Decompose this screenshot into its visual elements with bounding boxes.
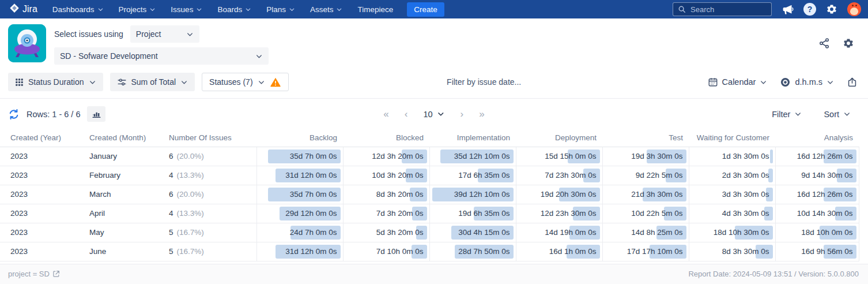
cell-issues: 4(13.3%): [169, 204, 256, 223]
column-header-deployment[interactable]: Deployment: [516, 129, 602, 147]
global-search[interactable]: [673, 2, 772, 16]
page-size-dropdown[interactable]: 10: [423, 110, 444, 119]
chevron-down-icon: [186, 31, 194, 38]
table-row: 2023 February 4(13.3%) 31d 12h 0m 0s 10d…: [0, 166, 859, 185]
chevron-down-icon: [255, 53, 263, 60]
report-type-label: Status Duration: [28, 77, 84, 87]
duration-value: 9d 22h 5m 0s: [603, 171, 689, 180]
avatar-eye: [852, 5, 854, 6]
duration-cell: 4d 3h 30m 0s: [689, 204, 775, 223]
nav-item-plans[interactable]: Plans: [266, 5, 295, 14]
nav-item-assets[interactable]: Assets: [310, 5, 343, 14]
cell-month: February: [89, 166, 169, 185]
cell-year: 2023: [0, 185, 89, 204]
duration-value: 31d 12h 0m 0s: [257, 171, 343, 180]
duration-value: 24d 7h 0m 0s: [257, 228, 343, 237]
duration-value: 17d 6h 35m 0s: [430, 171, 516, 180]
last-page-button[interactable]: »: [479, 109, 484, 119]
duration-value: 35d 7h 0m 0s: [257, 190, 343, 199]
column-header-backlog[interactable]: Backlog: [256, 129, 343, 147]
settings-gear-icon[interactable]: [826, 3, 837, 15]
cell-month: April: [89, 204, 169, 223]
calendar-dropdown[interactable]: Calendar: [708, 77, 768, 87]
nav-item-issues[interactable]: Issues: [171, 5, 202, 14]
column-header-number-of-issues[interactable]: Number Of Issues: [169, 129, 256, 147]
project-dropdown[interactable]: SD - Sofware Development: [54, 47, 269, 65]
warning-icon: [270, 76, 281, 88]
chevron-down-icon: [180, 79, 188, 86]
cell-month: June: [89, 242, 169, 261]
nav-item-dashboards[interactable]: Dashboards: [52, 5, 104, 14]
duration-cell: 7d 23h 30m 0s: [516, 166, 602, 185]
next-page-button[interactable]: ›: [461, 109, 464, 119]
search-icon: [678, 5, 686, 13]
duration-value: 18d 10h 30m 0s: [689, 228, 775, 237]
chart-view-button[interactable]: [87, 106, 105, 122]
jql-query-link[interactable]: project = SD: [8, 270, 60, 278]
create-button[interactable]: Create: [407, 2, 444, 17]
bar-chart-icon: [92, 109, 101, 119]
duration-cell: 5d 3h 20m 0s: [343, 223, 429, 242]
report-settings-gear-icon[interactable]: [843, 38, 854, 51]
statuses-dropdown[interactable]: Statuses (7): [202, 73, 288, 91]
duration-cell: 1d 3h 30m 0s: [689, 147, 775, 166]
cell-year: 2023: [0, 223, 89, 242]
user-avatar[interactable]: [847, 2, 861, 16]
issue-count: 4: [169, 171, 173, 180]
announcements-icon[interactable]: [782, 3, 794, 16]
filter-dropdown[interactable]: Filter: [772, 110, 802, 119]
chevron-down-icon: [827, 79, 834, 86]
duration-value: 7d 3h 20m 0s: [344, 209, 429, 218]
column-header-test[interactable]: Test: [602, 129, 689, 147]
jira-logo[interactable]: Jira: [9, 3, 37, 16]
external-link-icon: [52, 270, 60, 278]
duration-cell: 30d 4h 15m 0s: [429, 223, 516, 242]
refresh-icon[interactable]: [8, 109, 20, 120]
page-size-value: 10: [423, 110, 432, 119]
select-issues-label: Select issues using: [54, 29, 123, 39]
duration-cell: 10d 22h 5m 0s: [602, 204, 689, 223]
report-header: Select issues using Project SD - Sofware…: [0, 18, 868, 72]
column-header-created-year[interactable]: Created (Year): [0, 129, 89, 147]
issue-date-filter-input[interactable]: [447, 77, 556, 87]
duration-value: 15d 15h 0m 0s: [516, 152, 602, 160]
select-issues-using-dropdown[interactable]: Project: [130, 25, 199, 43]
column-header-waiting-for-customer[interactable]: Waiting for Customer: [689, 129, 775, 147]
report-type-dropdown[interactable]: Status Duration: [8, 73, 103, 91]
time-format-dropdown[interactable]: d.h.m.s: [780, 77, 834, 88]
calendar-label: Calendar: [722, 77, 756, 87]
duration-value: 16d 1h 0m 0s: [516, 247, 602, 256]
column-header-implementation[interactable]: Implementation: [429, 129, 516, 147]
nav-item-boards[interactable]: Boards: [217, 5, 251, 14]
chevron-down-icon: [89, 79, 96, 86]
issue-count: 6: [169, 152, 173, 160]
column-header-blocked[interactable]: Blocked: [343, 129, 429, 147]
duration-cell: 28d 7h 50m 0s: [429, 242, 516, 261]
status-duration-table: Created (Year) Created (Month) Number Of…: [0, 129, 868, 261]
search-input[interactable]: [690, 5, 760, 14]
duration-cell: 18d 10h 0m 0s: [775, 223, 859, 242]
previous-page-button[interactable]: ‹: [405, 109, 408, 119]
issue-percent: (20.0%): [177, 190, 204, 199]
chevron-down-icon: [97, 6, 104, 13]
rows-count-label: Rows: 1 - 6 / 6: [27, 110, 80, 119]
column-header-created-month[interactable]: Created (Month): [89, 129, 169, 147]
duration-value: 5d 3h 20m 0s: [344, 228, 429, 237]
duration-cell: 9d 22h 5m 0s: [602, 166, 689, 185]
duration-value: 35d 12h 10m 0s: [430, 152, 516, 160]
duration-cell: 35d 12h 10m 0s: [429, 147, 516, 166]
sort-dropdown[interactable]: Sort: [824, 110, 851, 119]
first-page-button[interactable]: «: [383, 109, 388, 119]
export-icon[interactable]: [847, 77, 858, 88]
duration-cell: 19d 20h 30m 0s: [516, 185, 602, 204]
help-icon[interactable]: ?: [803, 3, 816, 16]
duration-cell: 17d 6h 35m 0s: [429, 166, 516, 185]
nav-item-timepiece[interactable]: Timepiece: [357, 5, 393, 14]
nav-item-projects[interactable]: Projects: [119, 5, 156, 14]
share-icon[interactable]: [818, 38, 830, 51]
duration-cell: 17d 17h 10m 0s: [602, 242, 689, 261]
column-header-analysis[interactable]: Analysis: [775, 129, 859, 147]
aggregation-dropdown[interactable]: Sum of Total: [110, 73, 195, 91]
chevron-down-icon: [245, 6, 251, 13]
duration-value: 16d 12h 26m 0s: [776, 152, 859, 160]
